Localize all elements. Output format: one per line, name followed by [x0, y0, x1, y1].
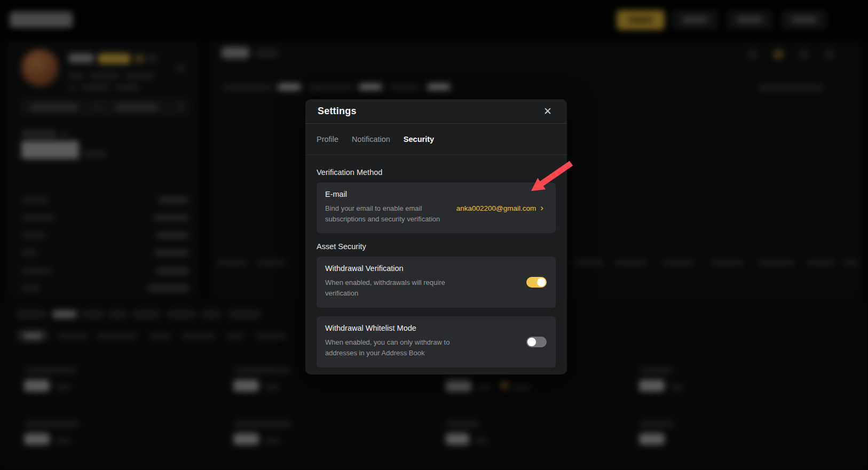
withdrawal-whitelist-row: Withdrawal Whitelist Mode When enabled, … — [317, 316, 556, 368]
tab-security[interactable]: Security — [404, 135, 434, 144]
email-row-description: Bind your email to enable email subscrip… — [325, 203, 452, 225]
modal-title: Settings — [318, 106, 357, 117]
email-row-title: E-mail — [325, 190, 547, 198]
settings-modal: Settings ✕ Profile Notification Security… — [305, 99, 567, 375]
tab-notification[interactable]: Notification — [352, 135, 390, 144]
tab-profile[interactable]: Profile — [317, 135, 338, 144]
app-window: Settings ✕ Profile Notification Security… — [0, 0, 868, 470]
section-heading-asset-security: Asset Security — [317, 242, 556, 251]
withdrawal-verification-row: Withdrawal Verification When enabled, wi… — [317, 257, 556, 308]
email-setting-row[interactable]: E-mail Bind your email to enable email s… — [317, 182, 556, 233]
modal-body: Verification Method E-mail Bind your ema… — [305, 155, 567, 368]
chevron-right-icon: › — [540, 203, 543, 212]
withdrawal-whitelist-toggle[interactable] — [526, 337, 547, 347]
withdrawal-verification-toggle[interactable] — [526, 277, 547, 288]
section-heading-verification: Verification Method — [317, 168, 556, 177]
email-value[interactable]: anka002200@gmail.com › — [456, 203, 543, 212]
settings-tabs: Profile Notification Security — [305, 124, 567, 155]
close-icon[interactable]: ✕ — [541, 105, 554, 118]
modal-header: Settings ✕ — [305, 99, 567, 124]
